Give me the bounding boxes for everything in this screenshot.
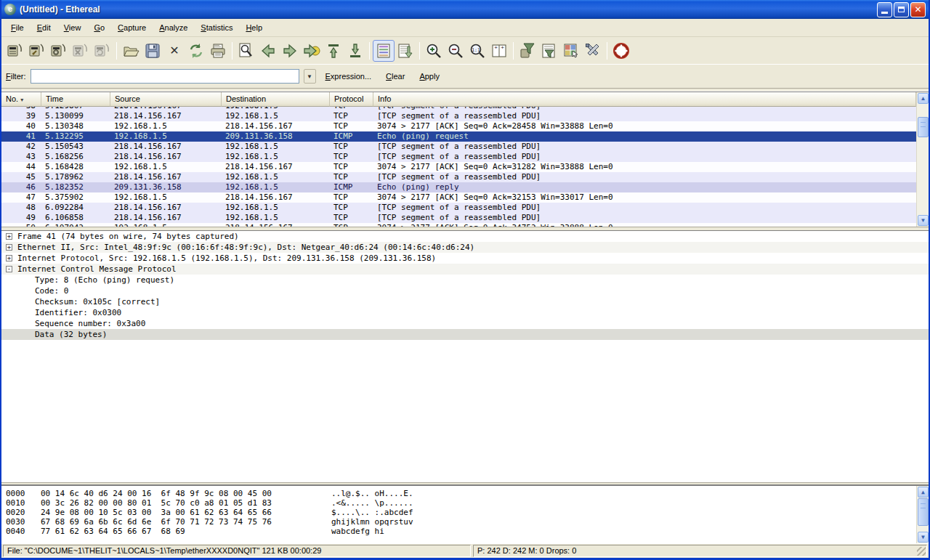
coloring-rules-icon[interactable] bbox=[560, 40, 582, 62]
packet-row[interactable]: 445.168428192.168.1.5218.14.156.167TCP30… bbox=[1, 162, 916, 172]
zoom-out-icon[interactable] bbox=[445, 40, 466, 62]
goto-first-icon[interactable] bbox=[323, 40, 344, 62]
detail-line-ip[interactable]: +Internet Protocol, Src: 192.168.1.5 (19… bbox=[1, 253, 929, 264]
packet-row[interactable]: 486.092284218.14.156.167192.168.1.5TCP[T… bbox=[1, 203, 916, 213]
apply-button[interactable]: Apply bbox=[414, 70, 445, 83]
detail-line-data[interactable]: Data (32 bytes) bbox=[1, 329, 929, 340]
menu-help[interactable]: Help bbox=[239, 21, 269, 34]
goto-packet-icon[interactable] bbox=[301, 40, 323, 62]
detail-line-type[interactable]: Type: 8 (Echo (ping) request) bbox=[1, 275, 929, 285]
goto-last-icon[interactable] bbox=[344, 40, 366, 62]
filter-input[interactable] bbox=[31, 69, 299, 84]
auto-scroll-icon[interactable] bbox=[395, 40, 416, 62]
scroll-down-icon[interactable]: ▼ bbox=[918, 215, 929, 226]
expand-icon[interactable]: + bbox=[6, 244, 12, 251]
hex-dump-pane: 000000 14 6c 40 d6 24 00 16 6f 48 9f 9c … bbox=[1, 485, 929, 543]
packet-row[interactable]: 506.107042192.168.1.5218.14.156.167TCP30… bbox=[1, 223, 916, 227]
hex-row[interactable]: 004077 61 62 63 64 65 66 67 68 69wabcdef… bbox=[6, 527, 912, 536]
scroll-thumb[interactable] bbox=[918, 498, 929, 526]
scroll-thumb[interactable] bbox=[918, 117, 929, 137]
column-header-destination[interactable]: Destination bbox=[222, 92, 330, 107]
menu-statistics[interactable]: Statistics bbox=[194, 21, 239, 34]
titlebar[interactable]: e (Untitled) - Ethereal ✕ bbox=[1, 0, 929, 19]
filter-label: Filter: bbox=[6, 72, 26, 81]
expression-button[interactable]: Expression... bbox=[320, 70, 377, 83]
reload-icon[interactable] bbox=[185, 40, 207, 62]
hex-row[interactable]: 001000 3c 26 82 00 00 80 01 5c 70 c0 a8 … bbox=[6, 498, 912, 508]
packet-row[interactable]: 435.168256218.14.156.167192.168.1.5TCP[T… bbox=[1, 152, 916, 162]
menubar: File Edit View Go Capture Analyze Statis… bbox=[1, 19, 929, 37]
menu-go[interactable]: Go bbox=[87, 21, 111, 34]
capture-restart-icon[interactable] bbox=[92, 40, 113, 62]
collapse-icon[interactable]: - bbox=[6, 266, 12, 272]
capture-start-icon[interactable] bbox=[48, 40, 70, 62]
packet-row[interactable]: 405.130348192.168.1.5218.14.156.167TCP30… bbox=[1, 121, 916, 131]
capture-stop-icon[interactable] bbox=[70, 40, 92, 62]
find-packet-icon[interactable] bbox=[235, 40, 257, 62]
restore-button[interactable] bbox=[894, 2, 909, 17]
column-header-no[interactable]: No. ▾ bbox=[1, 92, 41, 107]
toolbar-separator bbox=[513, 42, 514, 60]
menu-analyze[interactable]: Analyze bbox=[153, 21, 194, 34]
hex-row[interactable]: 003067 68 69 6a 6b 6c 6d 6e 6f 70 71 72 … bbox=[6, 517, 912, 527]
help-icon[interactable] bbox=[610, 40, 632, 62]
colorize-packets-icon[interactable] bbox=[373, 40, 395, 62]
expand-icon[interactable]: + bbox=[6, 233, 12, 240]
detail-line-icmp[interactable]: -Internet Control Message Protocol bbox=[1, 264, 929, 275]
packet-row[interactable]: 475.375902192.168.1.5218.14.156.167TCP30… bbox=[1, 192, 916, 203]
packet-row[interactable]: 455.178962218.14.156.167192.168.1.5TCP[T… bbox=[1, 172, 916, 182]
hex-row[interactable]: 002024 9e 08 00 10 5c 03 00 3a 00 61 62 … bbox=[6, 508, 912, 517]
detail-line-sequence[interactable]: Sequence number: 0x3a00 bbox=[1, 318, 929, 329]
capture-options-icon[interactable] bbox=[26, 40, 48, 62]
scroll-up-icon[interactable]: ▲ bbox=[918, 93, 929, 104]
save-file-icon[interactable] bbox=[142, 40, 163, 62]
toolbar-separator bbox=[607, 42, 607, 60]
detail-line-checksum[interactable]: Checksum: 0x105c [correct] bbox=[1, 296, 929, 307]
detail-line-frame[interactable]: +Frame 41 (74 bytes on wire, 74 bytes ca… bbox=[1, 231, 929, 242]
packet-row[interactable]: 465.182352209.131.36.158192.168.1.5ICMPE… bbox=[1, 182, 916, 192]
minimize-button[interactable] bbox=[877, 2, 892, 17]
column-header-source[interactable]: Source bbox=[110, 92, 222, 107]
packet-row[interactable]: 395.130099218.14.156.167192.168.1.5TCP[T… bbox=[1, 111, 916, 121]
close-button[interactable]: ✕ bbox=[910, 2, 926, 17]
column-header-time[interactable]: Time bbox=[41, 92, 110, 107]
print-icon[interactable] bbox=[207, 40, 229, 62]
packet-row-selected[interactable]: 415.132295192.168.1.5209.131.36.158ICMPE… bbox=[1, 131, 916, 142]
toolbar-separator bbox=[419, 42, 420, 60]
detail-line-identifier[interactable]: Identifier: 0x0300 bbox=[1, 307, 929, 318]
list-interfaces-icon[interactable] bbox=[4, 40, 26, 62]
preferences-icon[interactable] bbox=[582, 40, 604, 62]
detail-line-ethernet[interactable]: +Ethernet II, Src: Intel_48:9f:9c (00:16… bbox=[1, 242, 929, 253]
column-header-protocol[interactable]: Protocol bbox=[330, 92, 373, 107]
packet-list-header: No. ▾ Time Source Destination Protocol I… bbox=[1, 92, 916, 107]
menu-capture[interactable]: Capture bbox=[111, 21, 153, 34]
hex-pane-scrollbar[interactable]: ▲ ▼ bbox=[916, 486, 929, 543]
open-file-icon[interactable] bbox=[120, 40, 142, 62]
packet-list-scrollbar[interactable]: ▲ ▼ bbox=[916, 92, 929, 227]
column-header-info[interactable]: Info bbox=[373, 92, 916, 107]
filter-dropdown-icon[interactable]: ▼ bbox=[304, 69, 316, 84]
menu-file[interactable]: File bbox=[4, 21, 31, 34]
packet-list-pane: No. ▾ Time Source Destination Protocol I… bbox=[1, 92, 929, 227]
svg-text:+: + bbox=[501, 44, 504, 51]
clear-button[interactable]: Clear bbox=[381, 70, 410, 83]
menu-edit[interactable]: Edit bbox=[31, 21, 57, 34]
display-filter-icon[interactable] bbox=[538, 40, 560, 62]
hex-row[interactable]: 000000 14 6c 40 d6 24 00 16 6f 48 9f 9c … bbox=[6, 489, 912, 498]
capture-filter-icon[interactable] bbox=[517, 40, 538, 62]
menu-view[interactable]: View bbox=[57, 21, 88, 34]
detail-line-code[interactable]: Code: 0 bbox=[1, 285, 929, 296]
go-forward-icon[interactable] bbox=[279, 40, 301, 62]
resize-grip[interactable] bbox=[917, 547, 926, 556]
zoom-100-icon[interactable]: 1:1 bbox=[466, 40, 488, 62]
packet-row[interactable]: 425.150543218.14.156.167192.168.1.5TCP[T… bbox=[1, 142, 916, 152]
go-back-icon[interactable] bbox=[257, 40, 279, 62]
packet-row[interactable]: 496.106858218.14.156.167192.168.1.5TCP[T… bbox=[1, 213, 916, 223]
scroll-up-icon[interactable]: ▲ bbox=[918, 487, 929, 498]
zoom-in-icon[interactable] bbox=[423, 40, 445, 62]
close-file-icon[interactable]: ✕ bbox=[163, 40, 185, 62]
resize-columns-icon[interactable]: ++ bbox=[488, 40, 510, 62]
status-packet-counts: P: 242 D: 242 M: 0 Drops: 0 bbox=[473, 545, 927, 557]
scroll-down-icon[interactable]: ▼ bbox=[918, 532, 929, 543]
expand-icon[interactable]: + bbox=[6, 255, 12, 261]
